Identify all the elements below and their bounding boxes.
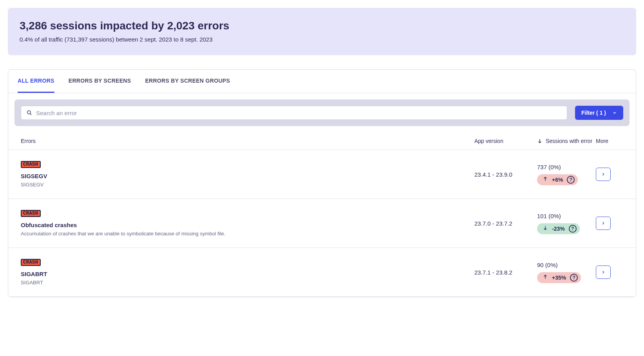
column-header-sessions[interactable]: Sessions with error	[537, 138, 596, 144]
table-row: CRASH SIGABRT SIGABRT 23.7.1 - 23.8.2 90…	[8, 248, 636, 297]
help-icon[interactable]: ?	[569, 225, 577, 233]
search-input[interactable]	[32, 110, 561, 116]
sessions-count: 101 (0%)	[537, 213, 596, 219]
sessions-cell: 101 (0%) -23% ?	[537, 213, 596, 234]
chevron-right-icon	[601, 172, 606, 177]
errors-table: Errors App version Sessions with error M…	[8, 132, 636, 297]
chevron-down-icon	[612, 110, 617, 115]
error-description: Accumulation of crashes that we are unab…	[21, 231, 474, 237]
more-cell	[596, 266, 623, 279]
trend-value: +6%	[552, 177, 563, 183]
trend-value: -23%	[552, 226, 565, 232]
sessions-cell: 737 (0%) +6% ?	[537, 164, 596, 185]
table-header: Errors App version Sessions with error M…	[8, 132, 636, 150]
error-cell: CRASH SIGABRT SIGABRT	[21, 259, 474, 286]
help-icon[interactable]: ?	[567, 176, 575, 184]
filter-button[interactable]: Filter ( 1 )	[575, 106, 623, 120]
more-cell	[596, 168, 623, 181]
error-name: SIGABRT	[21, 271, 474, 277]
tab-bar: ALL ERRORS ERRORS BY SCREENS ERRORS BY S…	[8, 70, 636, 93]
error-name: SIGSEGV	[21, 173, 474, 179]
crash-badge: CRASH	[21, 259, 41, 266]
more-button[interactable]	[596, 266, 611, 279]
table-row: CRASH SIGSEGV SIGSEGV 23.4.1 - 23.9.0 73…	[8, 150, 636, 199]
sessions-cell: 90 (0%) +35% ?	[537, 262, 596, 283]
arrow-up-icon	[543, 274, 548, 281]
error-description: SIGSEGV	[21, 182, 474, 188]
app-version-cell: 23.7.0 - 23.7.2	[474, 220, 537, 227]
table-row: CRASH Obfuscated crashes Accumulation of…	[8, 199, 636, 248]
sessions-count: 737 (0%)	[537, 164, 596, 170]
crash-badge: CRASH	[21, 210, 41, 217]
error-cell: CRASH SIGSEGV SIGSEGV	[21, 161, 474, 188]
error-description: SIGABRT	[21, 280, 474, 286]
help-icon[interactable]: ?	[570, 274, 578, 282]
chevron-right-icon	[601, 221, 606, 226]
column-header-more: More	[596, 138, 623, 144]
svg-point-0	[27, 111, 31, 114]
filter-button-label: Filter ( 1 )	[581, 110, 606, 116]
column-header-version[interactable]: App version	[474, 138, 537, 144]
more-button[interactable]	[596, 217, 611, 230]
column-header-errors[interactable]: Errors	[21, 138, 474, 144]
chevron-right-icon	[601, 270, 606, 275]
page-title: 3,286 sessions impacted by 2,023 errors	[20, 20, 624, 32]
sessions-count: 90 (0%)	[537, 262, 596, 268]
column-header-sessions-label: Sessions with error	[546, 138, 592, 144]
tab-errors-by-screen-groups[interactable]: ERRORS BY SCREEN GROUPS	[145, 70, 230, 93]
more-button[interactable]	[596, 168, 611, 181]
trend-value: +35%	[552, 275, 566, 281]
arrow-down-icon	[543, 225, 548, 232]
error-name: Obfuscated crashes	[21, 222, 474, 228]
errors-panel: ALL ERRORS ERRORS BY SCREENS ERRORS BY S…	[8, 69, 636, 297]
more-cell	[596, 217, 623, 230]
tab-errors-by-screens[interactable]: ERRORS BY SCREENS	[69, 70, 131, 93]
trend-pill: +35% ?	[537, 272, 581, 283]
trend-pill: -23% ?	[537, 223, 580, 234]
error-cell: CRASH Obfuscated crashes Accumulation of…	[21, 210, 474, 237]
crash-badge: CRASH	[21, 161, 41, 168]
tab-all-errors[interactable]: ALL ERRORS	[18, 70, 54, 93]
search-input-container[interactable]	[21, 106, 567, 120]
trend-pill: +6% ?	[537, 174, 578, 185]
search-icon	[27, 110, 32, 116]
app-version-cell: 23.4.1 - 23.9.0	[474, 171, 537, 178]
arrow-up-icon	[543, 176, 548, 183]
search-filter-bar: Filter ( 1 )	[14, 99, 630, 126]
svg-line-1	[30, 114, 32, 115]
page-subtitle: 0.4% of all traffic (731,397 sessions) b…	[20, 36, 624, 43]
app-version-cell: 23.7.1 - 23.8.2	[474, 269, 537, 276]
sort-down-icon	[537, 138, 543, 144]
summary-banner: 3,286 sessions impacted by 2,023 errors …	[8, 8, 636, 55]
